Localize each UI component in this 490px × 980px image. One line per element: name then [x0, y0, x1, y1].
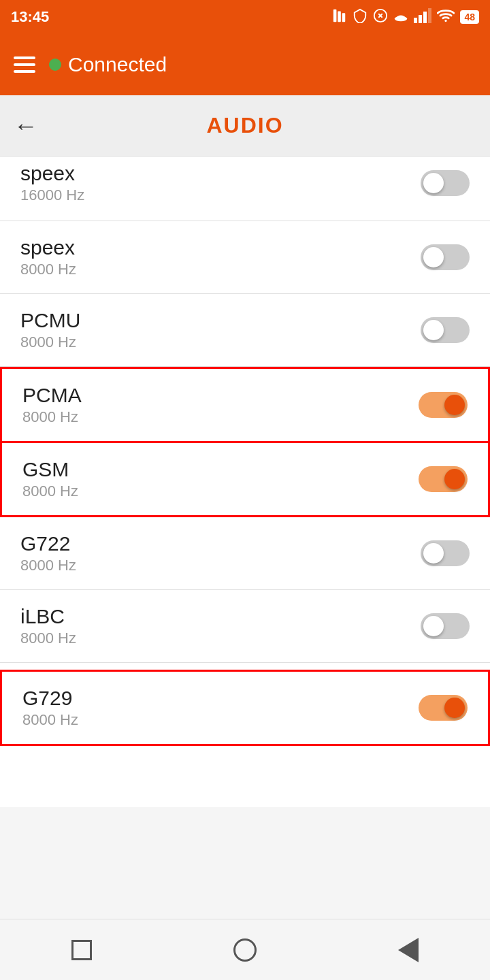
- codec-freq-pcmu: 8000 Hz: [20, 333, 80, 351]
- sim-icon: [332, 8, 347, 27]
- home-icon: [233, 938, 257, 962]
- svg-point-9: [445, 19, 447, 21]
- svg-rect-0: [333, 9, 337, 21]
- toggle-g722[interactable]: [421, 540, 470, 566]
- svg-rect-8: [428, 8, 431, 23]
- codec-row-g722: G722 8000 Hz: [0, 517, 490, 590]
- codec-freq-speex-16k: 16000 Hz: [20, 186, 84, 204]
- codec-name-g722: G722: [20, 532, 76, 555]
- svg-rect-2: [342, 13, 346, 22]
- page-title: AUDIO: [206, 113, 283, 138]
- toggle-slider-pcmu: [421, 317, 470, 343]
- connected-dot: [49, 59, 61, 71]
- nav-recent-apps[interactable]: [61, 930, 102, 970]
- codec-row-g729: G729 8000 Hz: [0, 670, 490, 746]
- codec-freq-pcma: 8000 Hz: [22, 408, 82, 426]
- toggle-slider-ilbc: [421, 613, 470, 639]
- back-icon: [398, 938, 419, 962]
- codec-freq-speex-8k: 8000 Hz: [20, 261, 76, 278]
- nav-bar: [0, 919, 490, 980]
- codec-info-speex-16k: speex 16000 Hz: [20, 162, 84, 204]
- nav-home[interactable]: [225, 930, 265, 970]
- toggle-slider-pcma: [419, 392, 468, 418]
- toggle-speex-8k[interactable]: [421, 244, 470, 270]
- codec-row-speex-16k: speex 16000 Hz: [0, 157, 490, 221]
- svg-rect-7: [423, 12, 427, 23]
- codec-name-pcma: PCMA: [22, 384, 82, 407]
- svg-rect-1: [338, 11, 342, 22]
- codec-freq-gsm: 8000 Hz: [22, 483, 78, 500]
- codec-name-g729: G729: [22, 687, 78, 710]
- codec-info-pcmu: PCMU 8000 Hz: [20, 309, 80, 351]
- codec-row-pcma: PCMA 8000 Hz: [0, 367, 490, 443]
- codec-row-speex-8k: speex 8000 Hz: [0, 221, 490, 294]
- toggle-ilbc[interactable]: [421, 613, 470, 639]
- status-icons: 48: [332, 8, 479, 27]
- codec-info-ilbc: iLBC 8000 Hz: [20, 605, 76, 647]
- svg-rect-5: [414, 18, 417, 23]
- toggle-slider-g729: [419, 695, 468, 721]
- codec-name-speex-16k: speex: [20, 162, 84, 185]
- page-header: ← AUDIO: [0, 95, 490, 157]
- content-area: speex 16000 Hz speex 8000 Hz PCMU 8000 H…: [0, 157, 490, 807]
- codec-info-g729: G729 8000 Hz: [22, 687, 78, 729]
- codec-info-speex-8k: speex 8000 Hz: [20, 236, 76, 278]
- svg-rect-6: [419, 15, 422, 23]
- codec-row-ilbc: iLBC 8000 Hz: [0, 590, 490, 663]
- hamburger-menu[interactable]: [14, 56, 35, 73]
- toggle-slider-speex-8k: [421, 244, 470, 270]
- battery-level: 48: [460, 10, 479, 24]
- codec-name-speex-8k: speex: [20, 236, 76, 259]
- recent-apps-icon: [71, 940, 92, 960]
- toggle-pcmu[interactable]: [421, 317, 470, 343]
- toggle-gsm[interactable]: [419, 466, 468, 492]
- codec-freq-g729: 8000 Hz: [22, 711, 78, 729]
- codec-row-pcmu: PCMU 8000 Hz: [0, 294, 490, 367]
- codec-freq-ilbc: 8000 Hz: [20, 630, 76, 647]
- status-time: 13:45: [11, 8, 49, 26]
- vpn-icon: [353, 8, 368, 27]
- connection-status: Connected: [49, 53, 167, 76]
- codec-info-gsm: GSM 8000 Hz: [22, 458, 78, 500]
- signal-icon: [414, 8, 431, 27]
- codec-name-ilbc: iLBC: [20, 605, 76, 628]
- codec-info-g722: G722 8000 Hz: [20, 532, 76, 574]
- codec-info-pcma: PCMA 8000 Hz: [22, 384, 82, 426]
- toggle-slider-g722: [421, 540, 470, 566]
- toggle-slider-gsm: [419, 466, 468, 492]
- toggle-pcma[interactable]: [419, 392, 468, 418]
- profile-icon: [393, 8, 408, 27]
- toggle-g729[interactable]: [419, 695, 468, 721]
- codec-freq-g722: 8000 Hz: [20, 557, 76, 574]
- connected-label: Connected: [68, 53, 167, 76]
- circle-x-icon: [373, 8, 388, 27]
- toggle-speex-16k[interactable]: [421, 170, 470, 196]
- nav-back[interactable]: [388, 930, 429, 970]
- codec-name-gsm: GSM: [22, 458, 78, 481]
- codec-row-gsm: GSM 8000 Hz: [0, 441, 490, 517]
- codec-name-pcmu: PCMU: [20, 309, 80, 332]
- app-bar: Connected: [0, 34, 490, 95]
- back-button[interactable]: ←: [14, 114, 38, 138]
- toggle-slider-speex-16k: [421, 170, 470, 196]
- wifi-icon: [437, 8, 455, 27]
- status-bar: 13:45: [0, 0, 490, 34]
